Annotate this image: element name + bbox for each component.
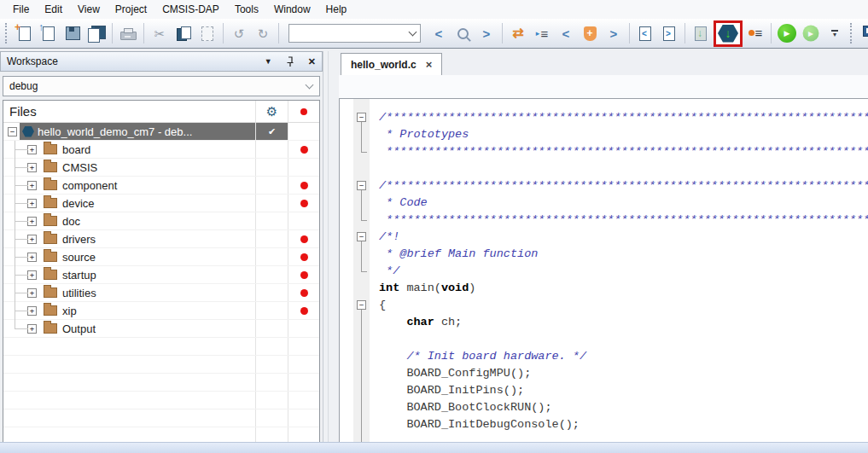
separator	[684, 23, 685, 44]
tab-hello-world-c[interactable]: hello_world.c ×	[341, 53, 442, 75]
options-column-header[interactable]: ⚙	[255, 101, 288, 122]
build-config-select[interactable]: debug	[3, 76, 320, 96]
cut-button[interactable]: ✂	[149, 21, 171, 45]
tree-row-component[interactable]: +component	[3, 177, 319, 195]
redo-button[interactable]: ↻	[252, 21, 274, 45]
menu-cmsis-dap[interactable]: CMSIS-DAP	[154, 1, 227, 18]
menu-help[interactable]: Help	[318, 1, 355, 18]
save-all-button[interactable]	[85, 21, 108, 45]
panel-splitter[interactable]	[323, 51, 339, 453]
menu-view[interactable]: View	[70, 1, 108, 18]
find-next-button[interactable]: >	[475, 21, 498, 45]
tree-row-output[interactable]: +Output	[3, 320, 319, 338]
tree-row-startup[interactable]: +startup	[3, 266, 319, 284]
code-text: /***************************************…	[379, 99, 868, 453]
expand-box-icon[interactable]: +	[27, 288, 37, 298]
project-options-cell[interactable]: ✔	[255, 123, 288, 140]
save-button[interactable]	[61, 21, 84, 45]
paste-button[interactable]	[196, 21, 218, 45]
menu-window[interactable]: Window	[266, 1, 318, 18]
menu-file[interactable]: File	[5, 1, 37, 18]
status-cell	[288, 320, 319, 337]
browse-forward-button[interactable]: >	[603, 21, 625, 45]
tree-row-source[interactable]: +source	[3, 248, 319, 266]
expand-box-icon[interactable]: +	[27, 181, 37, 190]
previous-document-button[interactable]: <	[634, 21, 656, 45]
fold-corner	[361, 271, 367, 272]
expand-box-icon[interactable]: +	[27, 145, 37, 154]
debug-without-download-button[interactable]: ▶	[800, 21, 822, 45]
tree-row-main	[3, 374, 255, 391]
expand-box-icon[interactable]: +	[27, 163, 37, 172]
next-document-button[interactable]: >	[658, 21, 680, 45]
folder-label: xip	[62, 305, 77, 317]
fold-collapse-box[interactable]: −	[357, 300, 366, 310]
panel-menu-button[interactable]: ▼	[265, 57, 272, 66]
download-button[interactable]: ↓	[690, 21, 712, 45]
expand-box-icon[interactable]: +	[27, 199, 37, 208]
selected-project-row[interactable]: hello_world_demo_cm7 - deb...	[20, 123, 255, 140]
find-previous-button[interactable]: <	[428, 21, 450, 45]
expand-box-icon[interactable]: +	[27, 217, 37, 226]
tree-row-main: +drivers	[3, 230, 255, 247]
tree-row-doc[interactable]: +doc	[3, 212, 319, 230]
paste-icon	[201, 26, 213, 41]
expand-box-icon[interactable]: +	[27, 324, 37, 334]
tree-row-drivers[interactable]: +drivers	[3, 230, 319, 248]
expand-box-icon[interactable]: +	[27, 270, 37, 280]
copy-button[interactable]	[172, 21, 195, 45]
expand-box-icon[interactable]: +	[27, 253, 37, 262]
download-and-debug-icon: ↓	[718, 25, 738, 43]
go-button[interactable]: ▶	[776, 21, 798, 45]
fold-collapse-box[interactable]: −	[357, 181, 366, 190]
options-cell	[255, 266, 288, 283]
panel-close-button[interactable]: ✕	[308, 56, 316, 67]
status-column-header[interactable]	[288, 101, 319, 122]
tree-row-device[interactable]: +device	[3, 195, 319, 212]
folder-icon	[44, 216, 57, 226]
menu-edit[interactable]: Edit	[37, 1, 70, 18]
tree-row-xip[interactable]: +xip	[3, 302, 319, 320]
menu-project[interactable]: Project	[108, 1, 154, 18]
download-and-debug-button[interactable]: ↓	[714, 21, 743, 45]
quick-search-box[interactable]	[288, 24, 421, 43]
make-build-button[interactable]: +	[859, 21, 868, 45]
expand-box-icon[interactable]: +	[27, 306, 37, 316]
code-editor[interactable]: /***************************************…	[339, 98, 868, 453]
expand-box-icon[interactable]: +	[27, 235, 37, 244]
toolbar-grip[interactable]	[5, 23, 9, 44]
chevron-down-icon[interactable]	[409, 28, 417, 37]
tree-row-main	[3, 356, 255, 373]
tab-close-icon[interactable]: ×	[426, 59, 433, 70]
new-document-button[interactable]: +	[14, 21, 36, 45]
goto-function-button[interactable]: ▸ ≡	[531, 21, 553, 45]
navigate-swap-button[interactable]: ⇄	[507, 21, 529, 45]
code-line: BOARD_InitPins();	[379, 382, 868, 399]
checkmark-icon: ✔	[268, 126, 276, 137]
toolbar-overflow-button[interactable]: ▾	[824, 21, 846, 45]
print-button[interactable]	[117, 21, 139, 45]
tree-row-utilities[interactable]: +utilities	[3, 284, 319, 302]
menu-tools[interactable]: Tools	[227, 1, 266, 18]
fold-collapse-box[interactable]: −	[357, 232, 366, 241]
tree-row-board[interactable]: +board	[3, 141, 319, 159]
tree-connector	[15, 275, 28, 276]
toolbar-grip[interactable]	[850, 23, 854, 44]
undo-button[interactable]: ↺	[228, 21, 250, 45]
tree-row-project[interactable]: −hello_world_demo_cm7 - deb...✔	[3, 123, 319, 141]
save-icon	[66, 26, 80, 40]
files-tree: Files ⚙ −hello_world_demo_cm7 - deb...✔+…	[3, 100, 320, 453]
browse-back-button[interactable]: <	[555, 21, 577, 45]
find-button[interactable]	[451, 21, 474, 45]
code-line: ****************************************…	[379, 143, 868, 160]
options-cell	[255, 159, 288, 176]
open-document-button[interactable]: ↑	[38, 21, 60, 45]
fold-collapse-box[interactable]: −	[357, 113, 366, 122]
panel-pin-button[interactable]	[286, 56, 294, 67]
tree-row-cmsis[interactable]: +CMSIS	[3, 159, 319, 177]
code-line: /***************************************…	[379, 177, 868, 195]
breakpoints-button[interactable]: ≡	[744, 21, 766, 45]
collapse-box-icon[interactable]: −	[8, 127, 17, 136]
toggle-bookmark-button[interactable]: +	[579, 21, 601, 45]
tree-connector	[15, 239, 28, 240]
